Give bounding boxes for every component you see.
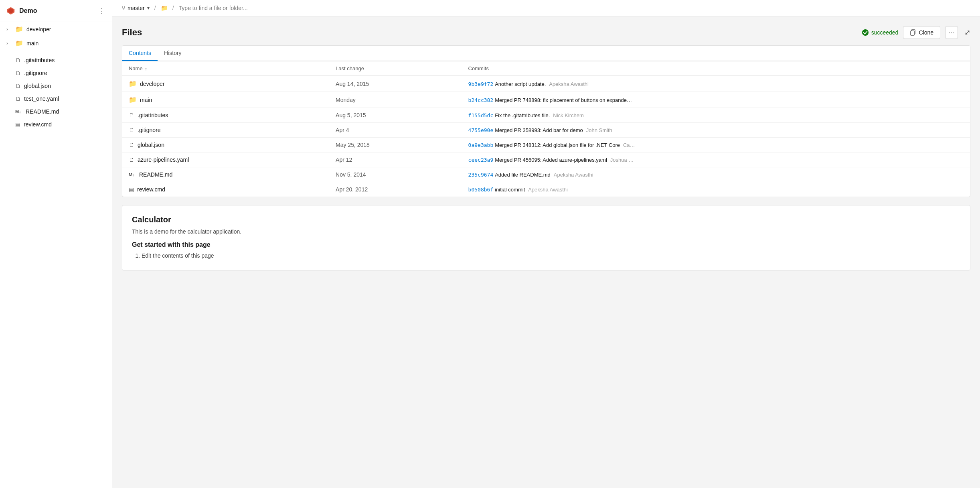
- readme-panel: Calculator This is a demo for the calcul…: [122, 205, 970, 270]
- commit-hash[interactable]: 9b3e9f72: [468, 81, 494, 87]
- file-name-link[interactable]: review.cmd: [137, 186, 165, 193]
- commit-hash[interactable]: b0508b6f: [468, 187, 494, 193]
- commit-author: Apeksha Awasthi: [554, 172, 593, 178]
- files-table: Name ↑ Last change Commits 📁 developer A…: [122, 61, 970, 197]
- commit-message: Added file README.md: [495, 172, 551, 178]
- commit-author: Joshua …: [610, 157, 634, 163]
- commits-cell: 4755e90e Merged PR 358993: Add bar for d…: [462, 123, 970, 138]
- commit-author: Ca…: [623, 142, 635, 148]
- path-input[interactable]: [179, 5, 970, 11]
- sidebar-item-label: developer: [26, 26, 51, 33]
- tabs: Contents History: [122, 46, 970, 61]
- chevron-right-icon: ›: [6, 41, 12, 46]
- commit-hash[interactable]: 0a9e3abb: [468, 142, 494, 148]
- expand-icon[interactable]: ⤢: [964, 28, 970, 37]
- cmd-icon: ▤: [15, 121, 20, 128]
- folder-icon: 📁: [129, 96, 137, 104]
- readme-subtitle: Get started with this page: [132, 241, 960, 248]
- commits-cell: 0a9e3abb Merged PR 348312: Add global.js…: [462, 138, 970, 152]
- folder-nav-icon: 📁: [161, 5, 168, 11]
- path-separator2: /: [172, 5, 174, 11]
- commit-message: Merged PR 748898: fix placement of butto…: [495, 97, 632, 103]
- commits-cell: 235c9674 Added file README.md Apeksha Aw…: [462, 167, 970, 182]
- file-icon: 🗋: [15, 57, 21, 63]
- status-badge: succeeded: [862, 29, 899, 36]
- sidebar-item-gitignore[interactable]: › 🗋 .gitignore: [0, 67, 112, 79]
- file-name-link[interactable]: .gitignore: [138, 127, 161, 133]
- readme-list: Edit the contents of this page: [132, 252, 960, 259]
- svg-rect-4: [911, 31, 914, 35]
- sidebar-item-readme-md[interactable]: › M↓ README.md: [0, 105, 112, 118]
- more-options-button[interactable]: ⋯: [945, 26, 958, 39]
- sidebar-item-developer[interactable]: › 📁 developer: [0, 22, 112, 36]
- col-name: Name ↑: [122, 61, 329, 76]
- file-name-link[interactable]: azure-pipelines.yaml: [138, 157, 189, 163]
- commit-hash[interactable]: b24cc382: [468, 97, 494, 103]
- file-name-link[interactable]: .gitattributes: [138, 112, 168, 118]
- app-logo-icon: [6, 6, 15, 15]
- sidebar: Demo ⋮ › 📁 developer › 📁 main › 🗋 .gitat…: [0, 0, 112, 488]
- clone-button[interactable]: Clone: [903, 26, 940, 39]
- commit-author: John Smith: [586, 127, 612, 133]
- last-change-cell: Apr 20, 2012: [329, 182, 462, 197]
- commit-hash[interactable]: 235c9674: [468, 172, 494, 178]
- path-separator: /: [154, 5, 156, 11]
- sidebar-item-global-json[interactable]: › 🗋 global.json: [0, 79, 112, 92]
- table-row: 🗋 .gitignore Apr 4 4755e90e Merged PR 35…: [122, 123, 970, 138]
- col-last-change: Last change: [329, 61, 462, 76]
- readme-list-item: Edit the contents of this page: [142, 252, 960, 259]
- sidebar-item-label: main: [26, 40, 38, 47]
- branch-icon: ⑂: [122, 5, 125, 11]
- folder-icon: 📁: [15, 25, 23, 33]
- app-title: Demo: [19, 7, 37, 14]
- file-icon: 🗋: [129, 127, 134, 133]
- sidebar-item-review-cmd[interactable]: › ▤ review.cmd: [0, 118, 112, 131]
- sidebar-item-gitattributes[interactable]: › 🗋 .gitattributes: [0, 54, 112, 67]
- commits-cell: ceec23a9 Merged PR 456095: Added azure-p…: [462, 152, 970, 167]
- commit-hash[interactable]: ceec23a9: [468, 157, 494, 163]
- sidebar-item-test-one-yaml[interactable]: › 🗋 test_one.yaml: [0, 92, 112, 105]
- sidebar-item-label: .gitattributes: [24, 57, 55, 63]
- file-name-link[interactable]: main: [140, 97, 152, 103]
- file-icon: 🗋: [129, 142, 134, 148]
- page-title: Files: [122, 27, 142, 38]
- tab-contents[interactable]: Contents: [122, 46, 158, 61]
- branch-selector[interactable]: ⑂ master ▾: [122, 5, 150, 11]
- chevron-right-icon: ›: [6, 26, 12, 32]
- sidebar-item-label: README.md: [26, 108, 59, 115]
- sidebar-item-main[interactable]: › 📁 main: [0, 36, 112, 50]
- commits-cell: b24cc382 Merged PR 748898: fix placement…: [462, 92, 970, 108]
- readme-description: This is a demo for the calculator applic…: [132, 228, 960, 235]
- file-icon: 🗋: [129, 112, 134, 118]
- commit-hash[interactable]: f155d5dc: [468, 112, 494, 118]
- commits-cell: 9b3e9f72 Another script update. Apeksha …: [462, 76, 970, 92]
- table-row: 📁 main Monday b24cc382 Merged PR 748898:…: [122, 92, 970, 108]
- file-name-link[interactable]: global.json: [138, 142, 164, 148]
- commits-cell: f155d5dc Fix the .gitattributes file. Ni…: [462, 108, 970, 123]
- sidebar-item-label: test_one.yaml: [24, 96, 59, 102]
- sidebar-header: Demo ⋮: [0, 0, 112, 22]
- sidebar-menu-icon[interactable]: ⋮: [98, 6, 105, 15]
- last-change-cell: Apr 12: [329, 152, 462, 167]
- commit-message: Another script update.: [495, 81, 546, 87]
- last-change-cell: Apr 4: [329, 123, 462, 138]
- table-header-row: Name ↑ Last change Commits: [122, 61, 970, 76]
- tab-history[interactable]: History: [158, 46, 188, 61]
- table-row: 📁 developer Aug 14, 2015 9b3e9f72 Anothe…: [122, 76, 970, 92]
- readme-title: Calculator: [132, 215, 960, 224]
- file-icon: 🗋: [129, 157, 134, 163]
- status-label: succeeded: [871, 29, 899, 36]
- commit-hash[interactable]: 4755e90e: [468, 127, 494, 133]
- file-name-link[interactable]: developer: [140, 81, 165, 87]
- sidebar-item-label: review.cmd: [24, 121, 52, 128]
- md-icon: M↓: [15, 109, 22, 114]
- svg-point-2: [862, 29, 869, 36]
- sort-icon: ↑: [145, 66, 147, 71]
- last-change-cell: Nov 5, 2014: [329, 167, 462, 182]
- commit-author: Apeksha Awasthi: [549, 81, 589, 87]
- branch-chevron-icon: ▾: [147, 5, 150, 11]
- file-icon: 🗋: [15, 70, 21, 76]
- topbar: ⑂ master ▾ / 📁 /: [112, 0, 980, 16]
- header-actions: succeeded Clone ⋯ ⤢: [862, 26, 970, 39]
- file-name-link[interactable]: README.md: [139, 171, 172, 178]
